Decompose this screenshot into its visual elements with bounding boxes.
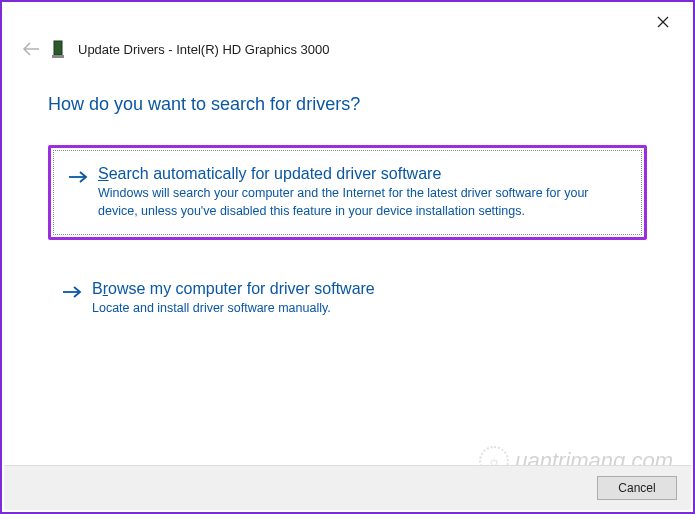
- svg-rect-3: [54, 41, 62, 55]
- arrow-right-icon: [68, 167, 88, 187]
- button-bar: Cancel: [4, 465, 691, 510]
- page-heading: How do you want to search for drivers?: [48, 94, 647, 115]
- option-search-auto[interactable]: Search automatically for updated driver …: [53, 150, 642, 235]
- option-search-auto-title: Search automatically for updated driver …: [98, 165, 623, 183]
- window-title: Update Drivers - Intel(R) HD Graphics 30…: [78, 42, 329, 57]
- cancel-button[interactable]: Cancel: [597, 476, 677, 500]
- header-bar: Update Drivers - Intel(R) HD Graphics 30…: [2, 2, 693, 60]
- option-browse-body: Browse my computer for driver software L…: [92, 280, 629, 318]
- svg-rect-4: [52, 55, 64, 58]
- option-browse[interactable]: Browse my computer for driver software L…: [48, 266, 647, 332]
- option-search-auto-body: Search automatically for updated driver …: [98, 165, 623, 220]
- back-button[interactable]: [20, 38, 42, 60]
- close-button[interactable]: [643, 8, 683, 36]
- arrow-right-icon: [62, 282, 82, 302]
- option-browse-title: Browse my computer for driver software: [92, 280, 629, 298]
- close-icon: [657, 16, 669, 28]
- device-icon: [52, 40, 68, 58]
- option-search-auto-desc: Windows will search your computer and th…: [98, 185, 623, 220]
- content-area: How do you want to search for drivers? S…: [2, 60, 693, 332]
- dialog-window: Update Drivers - Intel(R) HD Graphics 30…: [0, 0, 695, 514]
- option-search-auto-highlight: Search automatically for updated driver …: [48, 145, 647, 240]
- option-browse-desc: Locate and install driver software manua…: [92, 300, 629, 318]
- back-arrow-icon: [22, 42, 40, 56]
